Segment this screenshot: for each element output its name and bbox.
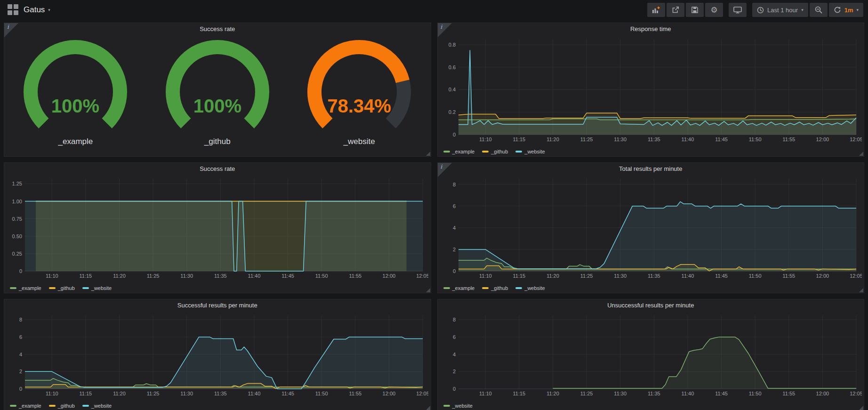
legend-series-color-dash [443, 287, 450, 289]
time-range-picker[interactable]: Last 1 hour ▾ [752, 3, 808, 17]
panel-title[interactable]: Successful results per minute [4, 299, 431, 312]
dashboard-title-caret-icon[interactable]: ▾ [48, 8, 50, 12]
grafana-grid-logo-icon[interactable] [8, 4, 19, 16]
panel-info-corner[interactable] [4, 23, 18, 37]
legend-item-example[interactable]: _example [443, 285, 475, 291]
gauges-row: 100%_example100%_github78.34%_website [4, 35, 431, 156]
cycle-view-mode-button[interactable] [729, 3, 747, 17]
legend-series-color-dash [515, 151, 522, 153]
svg-text:0.75: 0.75 [12, 216, 22, 222]
panel-title[interactable]: Success rate [4, 163, 431, 175]
svg-text:11:30: 11:30 [614, 273, 627, 279]
legend-series-label: _website [452, 403, 473, 409]
legend-item-github[interactable]: _github [49, 403, 75, 409]
svg-text:11:20: 11:20 [113, 391, 126, 396]
legend-item-website[interactable]: _website [515, 149, 545, 154]
svg-text:11:10: 11:10 [46, 391, 58, 396]
panel-resize-handle[interactable] [426, 288, 430, 292]
panel-resize-handle[interactable] [859, 288, 863, 292]
dashboard-settings-button[interactable]: ⚙ [705, 3, 723, 17]
add-panel-button[interactable] [647, 3, 665, 17]
legend-item-website[interactable]: _website [82, 403, 112, 409]
panel-title[interactable]: Total results per minute [438, 163, 864, 175]
svg-text:11:30: 11:30 [180, 273, 193, 279]
panel-title[interactable]: Success rate [4, 23, 431, 35]
response-time-chart[interactable]: 11:1011:1511:2011:2511:3011:3511:4011:45… [439, 35, 862, 144]
svg-text:0.6: 0.6 [448, 64, 455, 70]
svg-text:0: 0 [452, 268, 455, 274]
successful-results-chart[interactable]: 11:1011:1511:2011:2511:3011:3511:4011:45… [5, 312, 428, 398]
svg-text:2: 2 [19, 369, 22, 374]
svg-text:11:30: 11:30 [614, 137, 627, 142]
legend-series-color-dash [10, 287, 16, 289]
panel-title[interactable]: Response time [438, 23, 864, 35]
legend-item-github[interactable]: _github [482, 149, 508, 154]
svg-text:4: 4 [452, 352, 455, 357]
info-icon[interactable]: i [7, 24, 9, 30]
legend-series-label: _example [452, 285, 475, 291]
legend-series-color-dash [443, 151, 450, 153]
svg-text:11:35: 11:35 [647, 391, 660, 396]
svg-text:1.00: 1.00 [12, 199, 22, 204]
panel-resize-handle[interactable] [426, 406, 430, 410]
total-results-chart[interactable]: 11:1011:1511:2011:2511:3011:3511:4011:45… [439, 175, 862, 281]
svg-text:11:25: 11:25 [580, 137, 593, 142]
svg-text:12:05: 12:05 [416, 391, 428, 396]
svg-text:11:45: 11:45 [715, 137, 728, 142]
svg-text:12:00: 12:00 [816, 273, 829, 279]
svg-text:12:00: 12:00 [816, 391, 829, 396]
save-dashboard-button[interactable] [686, 3, 704, 17]
svg-text:11:50: 11:50 [315, 273, 328, 279]
svg-text:6: 6 [452, 334, 455, 340]
svg-text:11:10: 11:10 [479, 391, 491, 396]
svg-text:0: 0 [19, 386, 22, 392]
success-rate-chart[interactable]: 11:1011:1511:2011:2511:3011:3511:4011:45… [5, 175, 428, 281]
svg-text:12:05: 12:05 [850, 273, 862, 279]
svg-text:11:55: 11:55 [782, 137, 795, 142]
legend-series-label: _website [524, 285, 545, 291]
svg-text:11:10: 11:10 [479, 273, 491, 279]
info-icon[interactable]: i [441, 24, 442, 30]
chart-legend: _example_github_website [4, 400, 431, 410]
svg-text:11:30: 11:30 [614, 391, 627, 396]
dashboard-title[interactable]: Gatus [24, 5, 45, 15]
legend-series-label: _example [19, 403, 41, 409]
svg-text:0.25: 0.25 [12, 251, 22, 257]
legend-item-example[interactable]: _example [443, 149, 475, 154]
svg-text:12:00: 12:00 [816, 137, 829, 142]
svg-text:11:50: 11:50 [748, 391, 761, 396]
legend-item-website[interactable]: _website [515, 285, 545, 291]
legend-item-example[interactable]: _example [10, 403, 41, 409]
panel-resize-handle[interactable] [859, 406, 863, 410]
panel-total-results: i Total results per minute 11:1011:1511:… [437, 162, 865, 293]
zoom-out-button[interactable] [810, 3, 828, 17]
svg-text:0: 0 [19, 268, 22, 274]
gauge-arc: 100% [5, 39, 146, 137]
svg-text:12:05: 12:05 [850, 137, 862, 142]
svg-text:6: 6 [19, 334, 22, 340]
unsuccessful-results-chart[interactable]: 11:1011:1511:2011:2511:3011:3511:4011:45… [439, 312, 862, 398]
info-icon[interactable]: i [441, 163, 442, 170]
legend-item-github[interactable]: _github [482, 285, 508, 291]
svg-text:11:10: 11:10 [46, 273, 58, 279]
svg-text:11:40: 11:40 [681, 273, 694, 279]
svg-text:0.2: 0.2 [448, 109, 455, 115]
legend-item-github[interactable]: _github [49, 285, 75, 291]
panel-resize-handle[interactable] [859, 152, 863, 156]
gear-icon: ⚙ [710, 6, 717, 14]
svg-text:11:25: 11:25 [147, 391, 160, 396]
svg-text:11:15: 11:15 [513, 273, 525, 279]
panel-resize-handle[interactable] [426, 152, 430, 156]
svg-text:12:00: 12:00 [383, 391, 396, 396]
legend-series-color-dash [82, 287, 89, 289]
panel-unsuccessful-results: Unsuccessful results per minute 11:1011:… [437, 299, 865, 410]
refresh-picker[interactable]: 1m ▾ [829, 3, 863, 17]
svg-text:11:50: 11:50 [315, 391, 328, 396]
legend-item-website[interactable]: _website [443, 403, 473, 409]
share-dashboard-button[interactable] [667, 3, 684, 17]
dashboard-grid: i Success rate 100%_example100%_github78… [0, 20, 868, 410]
legend-series-color-dash [443, 405, 450, 407]
legend-item-example[interactable]: _example [10, 285, 41, 291]
legend-item-website[interactable]: _website [82, 285, 112, 291]
panel-title[interactable]: Unsuccessful results per minute [438, 299, 864, 312]
